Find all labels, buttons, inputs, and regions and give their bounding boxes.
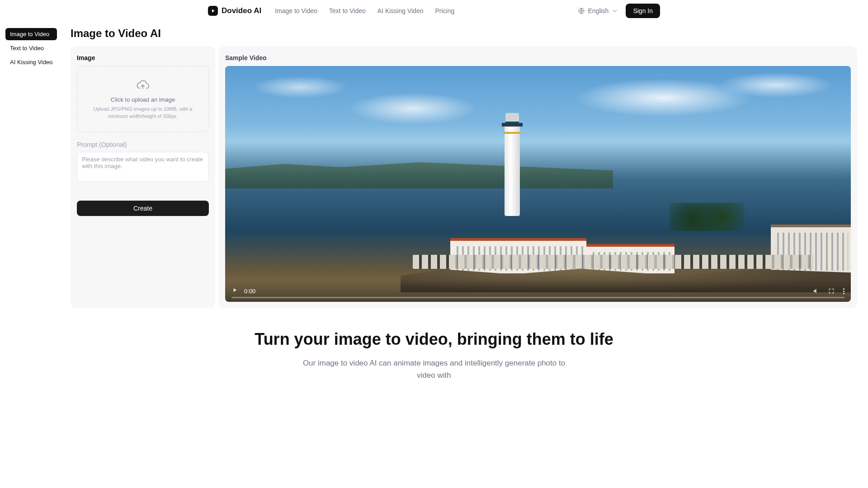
primary-nav: Image to Video Text to Video AI Kissing …	[275, 7, 454, 14]
video-frame-sky	[225, 66, 851, 172]
header: Dovideo AI Image to Video Text to Video …	[0, 0, 868, 22]
sample-video[interactable]: 0:00	[225, 66, 851, 302]
volume-icon[interactable]	[812, 287, 820, 295]
upload-title: Click to upload an image	[111, 96, 175, 103]
side-tab-image-to-video[interactable]: Image to Video	[5, 28, 57, 40]
video-progress[interactable]	[231, 297, 844, 298]
video-frame-lighthouse	[500, 113, 524, 216]
prompt-optional: (Optional)	[99, 141, 127, 148]
hero-subtitle: Our image to video AI can animate images…	[294, 357, 574, 381]
nav-text-to-video[interactable]: Text to Video	[329, 7, 366, 14]
hero-title: Turn your image to video, bringing them …	[18, 330, 850, 349]
prompt-label: Prompt (Optional)	[77, 141, 209, 148]
sample-video-label: Sample Video	[225, 54, 851, 61]
fullscreen-icon[interactable]	[828, 287, 835, 295]
nav-image-to-video[interactable]: Image to Video	[275, 7, 317, 14]
side-tab-ai-kissing-video[interactable]: AI Kissing Video	[5, 56, 57, 68]
preview-panel: Sample Video	[219, 46, 857, 308]
side-tabs: Image to Video Text to Video AI Kissing …	[5, 28, 57, 68]
hero-section: Turn your image to video, bringing them …	[0, 330, 868, 381]
image-label: Image	[77, 54, 209, 61]
logo-icon	[208, 6, 218, 16]
video-frame-arches	[413, 255, 813, 269]
prompt-input[interactable]	[77, 152, 209, 182]
upload-area[interactable]: Click to upload an image Upload JPG/PNG …	[77, 66, 209, 132]
signin-button[interactable]: Sign In	[626, 4, 660, 18]
video-time: 0:00	[244, 288, 255, 295]
upload-subtitle: Upload JPG/PNG images up to 10MB, with a…	[85, 106, 200, 120]
more-icon[interactable]	[843, 288, 844, 294]
page-title: Image to Video AI	[71, 27, 857, 40]
nav-pricing[interactable]: Pricing	[435, 7, 454, 14]
play-icon	[231, 287, 238, 293]
play-button[interactable]	[231, 287, 238, 295]
nav-ai-kissing-video[interactable]: AI Kissing Video	[377, 7, 424, 14]
create-button[interactable]: Create	[77, 201, 209, 216]
video-controls: 0:00	[225, 280, 851, 302]
side-tab-text-to-video[interactable]: Text to Video	[5, 42, 57, 54]
input-panel: Image Click to upload an image Upload JP…	[71, 46, 215, 308]
upload-cloud-icon	[136, 78, 150, 92]
main: Image to Video AI Image Click to upload …	[71, 27, 857, 308]
language-selector[interactable]: English	[578, 7, 618, 14]
language-label: English	[588, 7, 609, 14]
globe-icon	[578, 7, 585, 14]
logo[interactable]: Dovideo AI	[208, 6, 261, 16]
chevron-down-icon	[611, 7, 618, 14]
brand-name: Dovideo AI	[222, 6, 261, 15]
